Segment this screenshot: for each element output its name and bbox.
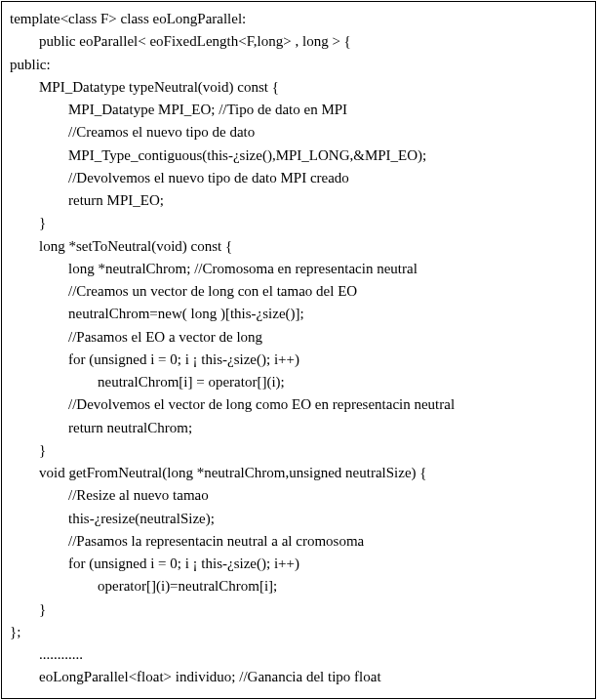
code-line: public:: [10, 54, 587, 76]
code-line: //Devolvemos el nuevo tipo de dato MPI c…: [68, 167, 587, 189]
code-line: }: [39, 212, 587, 234]
code-line: for (unsigned i = 0; i ¡ this-¿size(); i…: [68, 553, 587, 575]
code-line: operator[](i)=neutralChrom[i];: [98, 575, 587, 597]
code-line: //Creamos el nuevo tipo de dato: [68, 121, 587, 144]
code-line: //Creamos un vector de long con el tamao…: [68, 280, 587, 303]
code-line: //Pasamos la representacin neutral a al …: [68, 530, 587, 553]
code-line: eoLongParallel<float> individuo; //Ganan…: [39, 666, 587, 688]
code-line: //Pasamos el EO a vector de long: [68, 326, 587, 349]
code-line: MPI_Datatype MPI_EO; //Tipo de dato en M…: [68, 99, 587, 121]
code-listing-frame: template<class F> class eoLongParallel: …: [1, 1, 596, 699]
code-line: //Devolvemos el vector de long como EO e…: [68, 393, 587, 416]
code-line: neutralChrom[i] = operator[](i);: [98, 371, 587, 393]
code-line: this-¿resize(neutralSize);: [68, 508, 587, 530]
code-line: void getFromNeutral(long *neutralChrom,u…: [39, 462, 587, 484]
code-line: return neutralChrom;: [68, 417, 587, 439]
code-line: MPI_Type_contiguous(this-¿size(),MPI_LON…: [68, 144, 587, 167]
code-line: }: [39, 598, 587, 621]
code-line: ............: [39, 643, 587, 666]
code-line: neutralChrom=new( long )[this-¿size()];: [68, 303, 587, 325]
code-line: }: [39, 439, 587, 462]
code-line: public eoParallel< eoFixedLength<F,long>…: [39, 30, 587, 53]
code-line: };: [10, 621, 587, 643]
code-line: //Resize al nuevo tamao: [68, 484, 587, 507]
code-line: ............: [39, 689, 587, 701]
code-line: MPI_Datatype typeNeutral(void) const {: [39, 76, 587, 99]
code-line: return MPI_EO;: [68, 189, 587, 212]
code-line: for (unsigned i = 0; i ¡ this-¿size(); i…: [68, 349, 587, 371]
code-line: long *setToNeutral(void) const {: [39, 235, 587, 258]
code-line: long *neutralChrom; //Cromosoma en repre…: [68, 258, 587, 280]
code-line: template<class F> class eoLongParallel:: [10, 8, 587, 30]
